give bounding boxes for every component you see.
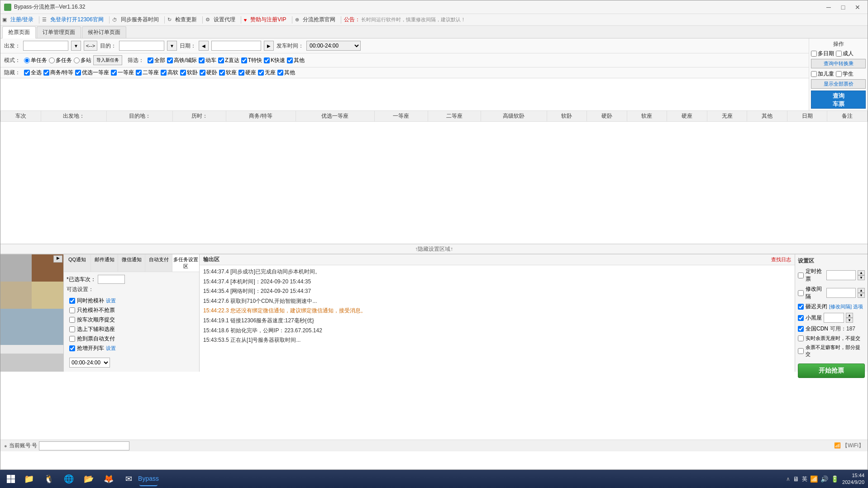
interval-check[interactable] (798, 290, 804, 296)
blacklist-down[interactable]: ▼ (846, 318, 853, 323)
left-panel-btn[interactable]: ▶ (53, 255, 62, 263)
only-supplement-check[interactable] (69, 307, 75, 313)
mode-multi[interactable]: 多任务 (49, 57, 72, 64)
mode-multistation[interactable]: 多站 (74, 57, 91, 64)
start-grab-btn[interactable]: 开始抢票 (798, 364, 865, 378)
added-train-settings-link[interactable]: 设置 (106, 345, 116, 352)
hide-other[interactable]: 其他 (277, 69, 295, 77)
filter-z[interactable]: Z直达 (218, 57, 239, 64)
taskbar-files[interactable]: 📂 (80, 472, 98, 486)
tray-wifi-icon[interactable]: 📶 (810, 475, 818, 483)
simultaneous-settings-link[interactable]: 设置 (106, 297, 116, 304)
notif-tab-wechat[interactable]: 微信通知 (118, 254, 145, 272)
menu-web[interactable]: 免登录打开12306官网 (48, 15, 106, 24)
menu-update[interactable]: 检查更新 (172, 15, 200, 24)
prev-date-btn[interactable]: ◀ (199, 41, 209, 51)
filter-k[interactable]: K快速 (264, 57, 285, 64)
taskbar-app-active[interactable]: Bypass (139, 472, 157, 486)
convert-btn[interactable]: 查询中转换乘 (811, 59, 866, 68)
time-select[interactable]: 00:00-24:00 (306, 41, 361, 51)
tray-chevron-icon[interactable]: ∧ (786, 476, 790, 482)
minimize-button[interactable]: ─ (822, 3, 835, 12)
import-btn[interactable]: 导入新任务 (93, 55, 122, 65)
hide-ruanwo[interactable]: 软卧 (180, 69, 198, 77)
hide-ruanzuo[interactable]: 软座 (219, 69, 237, 77)
filter-other[interactable]: 其他 (287, 57, 305, 64)
multi-date-check[interactable]: 多日期 (811, 50, 834, 57)
taskbar-file-explorer[interactable]: 📁 (20, 472, 38, 486)
from-dropdown-btn[interactable]: ▼ (71, 41, 81, 51)
query-ticket-btn[interactable]: 查询车票 (811, 91, 866, 109)
timed-ticket-input[interactable]: 05:00:00 (826, 270, 856, 280)
close-delay-options-link[interactable]: [修改间隔] 选项 (829, 303, 863, 310)
hidden-settings-toggle[interactable]: ↑隐藏设置区域↑ (0, 244, 868, 254)
hide-all[interactable]: 全选 (24, 69, 42, 77)
tray-monitor-icon[interactable]: 🖥 (793, 475, 799, 483)
simultaneous-check[interactable] (69, 298, 75, 304)
hide-gaoruanwo[interactable]: 高软 (161, 69, 178, 77)
timed-ticket-down[interactable]: ▼ (858, 275, 865, 280)
find-log-link[interactable]: 查找日志 (771, 256, 791, 263)
hide-yingzuo[interactable]: 硬座 (238, 69, 256, 77)
close-button[interactable]: ✕ (851, 3, 864, 12)
close-delay-check[interactable] (798, 304, 804, 310)
hide-wuzuo[interactable]: 无座 (258, 69, 276, 77)
menu-register[interactable]: 注册/登录 (8, 15, 36, 24)
tab-supplement-order[interactable]: 候补订单页面 (82, 26, 126, 38)
tray-battery-icon[interactable]: 🔋 (831, 475, 839, 483)
interval-up[interactable]: ▲ (858, 288, 865, 293)
notif-tab-email[interactable]: 邮件通知 (91, 254, 118, 272)
child-check[interactable]: 加儿童 (811, 70, 834, 78)
tab-grab-ticket[interactable]: 抢票页面 (2, 26, 36, 38)
taskbar-edge[interactable]: 🌐 (60, 472, 78, 486)
notif-tab-multitask[interactable]: 多任务设置区 (172, 254, 199, 272)
clock[interactable]: 15:44 2024/9/20 (842, 472, 864, 486)
order-submit-check[interactable] (69, 317, 75, 323)
student-check[interactable]: 学生 (836, 70, 854, 78)
to-input[interactable] (119, 41, 164, 51)
car-count-input[interactable] (98, 275, 125, 284)
time-range-select[interactable]: 00:00-24:00 (69, 358, 110, 368)
hide-yingwo[interactable]: 硬卧 (200, 69, 217, 77)
auto-pay-check[interactable] (69, 336, 75, 342)
account-input[interactable] (39, 441, 129, 450)
date-input[interactable]: 2024-10-04 (211, 41, 261, 51)
swap-btn[interactable]: <--> (84, 41, 97, 51)
adult-check[interactable]: 成人 (836, 50, 854, 57)
timed-ticket-check[interactable] (798, 273, 804, 278)
partial-submit-check[interactable] (798, 348, 804, 354)
blacklist-up[interactable]: ▲ (846, 313, 853, 318)
hide-erdeng[interactable]: 二等座 (136, 69, 159, 77)
filter-highspeed[interactable]: 高铁/城际 (167, 57, 197, 64)
taskbar-qq[interactable]: 🐧 (40, 472, 58, 486)
filter-dongche[interactable]: 动车 (199, 57, 216, 64)
tray-volume-icon[interactable]: 🔊 (820, 475, 828, 483)
taskbar-firefox[interactable]: 🦊 (100, 472, 118, 486)
menu-site[interactable]: 分流抢票官网 (300, 15, 338, 24)
next-date-btn[interactable]: ▶ (264, 41, 274, 51)
hide-shangwu[interactable]: 商务/特等 (43, 69, 73, 77)
hide-yideng[interactable]: 一等座 (111, 69, 134, 77)
show-all-price-btn[interactable]: 显示全部票价 (811, 79, 866, 89)
from-input[interactable] (23, 41, 68, 51)
start-button[interactable] (4, 472, 18, 486)
interval-down[interactable]: ▼ (858, 293, 865, 298)
notif-tab-qq[interactable]: QQ通知 (64, 254, 91, 272)
filter-t[interactable]: T特快 (241, 57, 262, 64)
hide-youxuan[interactable]: 优选一等座 (75, 69, 109, 77)
menu-vip[interactable]: 赞助与注册VIP (248, 15, 289, 24)
cdn-check[interactable] (798, 326, 804, 332)
interval-input[interactable]: 1000 (826, 288, 856, 298)
menu-proxy[interactable]: 设置代理 (211, 15, 238, 24)
no-seat-check[interactable] (798, 335, 804, 341)
tab-order-manage[interactable]: 订单管理页面 (37, 26, 81, 38)
seat-assist-check[interactable] (69, 326, 75, 332)
taskbar-mail[interactable]: ✉ (119, 472, 138, 486)
mode-single[interactable]: 单任务 (24, 57, 47, 64)
maximize-button[interactable]: □ (837, 3, 849, 12)
blacklist-check[interactable] (798, 315, 804, 321)
menu-sync[interactable]: 同步服务器时间 (118, 15, 162, 24)
added-train-check[interactable] (69, 345, 75, 351)
notif-tab-autopay[interactable]: 自动支付 (145, 254, 172, 272)
tray-lang-icon[interactable]: 英 (802, 475, 807, 483)
